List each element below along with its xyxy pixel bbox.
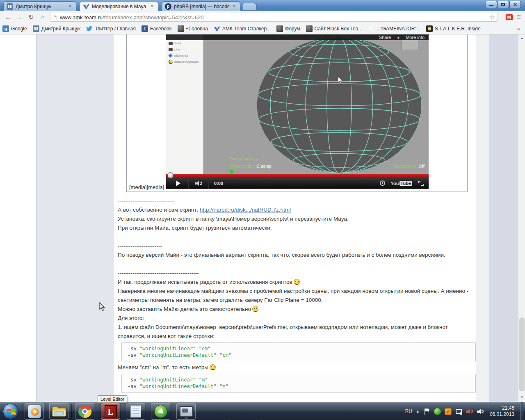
start-button[interactable]	[3, 404, 18, 419]
controls-divider	[188, 178, 188, 189]
media-box: front side pSphere2 defaultObjectSet	[126, 34, 468, 192]
play-button[interactable]	[176, 180, 180, 186]
mouse-cursor	[99, 302, 105, 311]
network-icon[interactable]	[455, 408, 462, 415]
bookmark-twitter[interactable]: Твиттер / Главная	[86, 25, 136, 32]
reload-button[interactable]: ↻	[26, 12, 36, 22]
forward-button[interactable]: →	[15, 12, 25, 22]
taskbar-notepad-button[interactable]	[126, 403, 145, 420]
volume-mixer-red-icon[interactable]	[466, 408, 473, 415]
bookmark-forum[interactable]: Форум	[276, 25, 300, 32]
gmail-extension-button[interactable]: M	[504, 13, 514, 21]
taskbar-divider	[71, 404, 72, 419]
tab-phpbb[interactable]: p phpBB [media] — bbcode ×	[162, 1, 240, 11]
script-download-link[interactable]: http://narod.ru/disk.../natHUD.7z.html	[200, 207, 291, 213]
smiley-icon	[210, 364, 216, 370]
media-player-icon	[28, 405, 41, 418]
bookmarks-overflow-chevron[interactable]: »	[517, 25, 523, 32]
idm-icon	[154, 405, 167, 418]
taskbar-chrome-button[interactable]	[75, 403, 94, 420]
tab-close-icon[interactable]: ×	[67, 4, 73, 9]
tab-title: Моделирование в Maya	[92, 4, 147, 9]
video-progress-bar[interactable]	[166, 174, 429, 178]
url-path: /forum/index.php?showtopic=5422&st=620	[103, 14, 203, 21]
bookmark-stalker-inside[interactable]: S.T.A.L.K.E.R. Inside	[426, 25, 481, 32]
volume-icon[interactable]	[195, 181, 201, 186]
taskbar-idm-button[interactable]	[151, 403, 170, 420]
action-center-flag-icon[interactable]	[423, 408, 430, 415]
bookmark-golovna[interactable]: • Головна	[178, 25, 208, 32]
divider-line: ------------------------	[118, 242, 470, 251]
volume-icon[interactable]	[477, 408, 484, 415]
chrome-menu-button[interactable]: ≡	[514, 12, 523, 22]
scrollbar-up-arrow[interactable]: ▲	[518, 34, 525, 42]
hud-scene-path: Scene path: ...	[230, 157, 258, 161]
post-body: ------------------------------- А вот со…	[118, 196, 470, 410]
tab-title: Дмитро Крищук	[16, 4, 65, 9]
tab-vk[interactable]: Дмитро Крищук ×	[3, 1, 76, 11]
restore-button[interactable]	[498, 1, 509, 8]
back-button[interactable]: ←	[3, 12, 13, 22]
page-right-column	[489, 34, 518, 402]
youtube-player[interactable]: front side pSphere2 defaultObjectSet	[166, 34, 429, 189]
smiley-icon	[294, 279, 300, 285]
clock[interactable]: 21:46 06.01.2013	[487, 405, 517, 418]
bookmark-facebook[interactable]: f Facebook	[142, 25, 172, 32]
update-tray-icon[interactable]	[445, 408, 452, 415]
fullscreen-icon[interactable]	[418, 181, 424, 186]
tab-close-icon[interactable]: ×	[149, 4, 155, 9]
address-bar[interactable]: www.amk-team.ru /forum/index.php?showtop…	[50, 13, 498, 22]
taskbar-capture-button[interactable]	[176, 403, 196, 420]
bookmark-amk-team[interactable]: AMK Team Сталкер...	[214, 25, 271, 32]
show-desktop-button[interactable]	[520, 402, 523, 420]
taskbar-level-editor-button[interactable]: L	[101, 403, 120, 420]
scrollbar-down-arrow[interactable]: ▼	[518, 394, 525, 401]
youtube-you-text: You	[391, 181, 399, 186]
page-icon	[53, 15, 57, 20]
step1-line: 1. ищем файл Documents\maya\номер_версии…	[118, 323, 470, 341]
auto-line: Можно заставить Майю делать это самостоя…	[118, 305, 470, 314]
taskbar-explorer-button[interactable]	[49, 403, 68, 420]
share-button[interactable]: Share	[379, 35, 391, 40]
outliner-item: side	[174, 48, 180, 51]
bookmark-blackbox[interactable]: Сайт Black Box Tea...	[306, 25, 363, 32]
new-tab-button[interactable]	[243, 3, 257, 10]
bookmark-label: Facebook	[150, 26, 172, 32]
hud-project-path: Project path: C:\temp	[230, 164, 272, 169]
change-line: Меняем "cm" на "m", то есть метры	[118, 363, 470, 372]
video-controls: 0:00 You Tube	[166, 178, 429, 189]
wireframe-sphere	[204, 34, 429, 174]
tab-close-icon[interactable]: ×	[231, 4, 237, 9]
minimize-button[interactable]	[486, 1, 497, 8]
scrollbar-thumb[interactable]	[519, 317, 525, 391]
taskbar: L RU ▲ 21:46 06.01.2013	[0, 402, 525, 420]
bookmark-gameinator[interactable]: G ..::GAMEINATOR::..	[368, 25, 420, 32]
hidden-icons-button[interactable]: ▲	[416, 409, 420, 413]
page-right-gutter	[476, 34, 489, 402]
outliner-item: front	[174, 41, 181, 45]
more-info-button[interactable]: More info	[406, 35, 425, 40]
radiation-yellow-icon	[426, 25, 433, 32]
watch-later-icon[interactable]	[380, 180, 385, 186]
language-indicator[interactable]: RU	[405, 409, 412, 414]
folder-icon	[52, 406, 66, 417]
idm-tray-icon[interactable]	[434, 408, 441, 415]
page-scrollbar[interactable]: ▲ ▼	[518, 34, 525, 402]
bookmark-label: Сайт Black Box Tea...	[315, 26, 363, 32]
tray-date: 06.01.2013	[490, 411, 514, 418]
home-button[interactable]: ⌂	[38, 12, 48, 22]
bookmark-google[interactable]: g Google	[2, 25, 27, 32]
maya-outliner: front side pSphere2 defaultObjectSet	[166, 34, 204, 174]
close-icon: ×	[510, 1, 520, 8]
close-button[interactable]: ×	[509, 1, 521, 8]
video-frame: front side pSphere2 defaultObjectSet	[166, 34, 429, 174]
bookmark-vk[interactable]: Дмитрий Крыщук	[33, 25, 81, 32]
twitter-bird-icon	[86, 25, 93, 32]
bookmark-label: Форум	[285, 26, 300, 32]
scene-problem-line: Наверняка многие начинающие майщики знак…	[118, 287, 470, 305]
bookmark-star-icon[interactable]: ☆	[490, 14, 495, 21]
youtube-logo[interactable]: You Tube	[391, 181, 412, 186]
gmail-icon: M	[506, 14, 513, 20]
taskbar-wmp-button[interactable]	[25, 403, 44, 420]
tab-maya-forum[interactable]: Моделирование в Maya ×	[80, 1, 158, 11]
